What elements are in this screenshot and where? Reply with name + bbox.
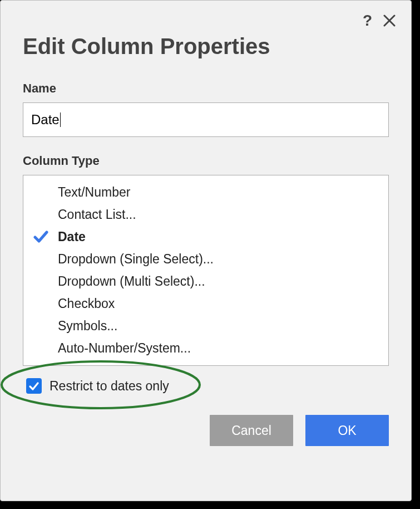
dialog-title: Edit Column Properties [23, 34, 389, 59]
column-type-label: Column Type [23, 154, 389, 168]
edit-column-properties-dialog: ? Edit Column Properties Name Date Colum… [0, 0, 412, 501]
cancel-button[interactable]: Cancel [210, 415, 293, 446]
column-type-option-dropdown-single[interactable]: Dropdown (Single Select)... [23, 248, 388, 270]
help-icon[interactable]: ? [363, 13, 372, 28]
column-type-option-label: Dropdown (Multi Select)... [58, 274, 205, 289]
column-type-option-contact-list[interactable]: Contact List... [23, 203, 388, 226]
text-caret [60, 112, 61, 127]
column-type-listbox: Text/Number Contact List... Date Dropdow… [23, 175, 389, 366]
column-type-option-dropdown-multi[interactable]: Dropdown (Multi Select)... [23, 270, 388, 292]
close-icon[interactable] [383, 14, 396, 27]
ok-button[interactable]: OK [305, 415, 389, 446]
column-type-option-label: Symbols... [58, 319, 117, 334]
name-input[interactable]: Date [23, 102, 389, 137]
column-type-option-auto-number[interactable]: Auto-Number/System... [23, 337, 388, 359]
restrict-dates-label: Restrict to dates only [50, 379, 169, 394]
column-type-option-label: Text/Number [58, 185, 130, 200]
column-type-option-label: Auto-Number/System... [58, 341, 191, 356]
column-type-option-label: Dropdown (Single Select)... [58, 252, 214, 267]
name-field-label: Name [23, 81, 389, 96]
column-type-option-symbols[interactable]: Symbols... [23, 315, 388, 337]
name-input-value: Date [31, 112, 60, 128]
column-type-option-label: Date [58, 229, 86, 244]
restrict-dates-checkbox[interactable] [26, 378, 42, 394]
column-type-option-label: Contact List... [58, 207, 136, 222]
column-type-option-checkbox[interactable]: Checkbox [23, 292, 388, 315]
column-type-option-label: Checkbox [58, 296, 115, 311]
column-type-option-text-number[interactable]: Text/Number [23, 181, 388, 203]
checkmark-icon [23, 229, 58, 244]
column-type-option-date[interactable]: Date [23, 226, 388, 248]
